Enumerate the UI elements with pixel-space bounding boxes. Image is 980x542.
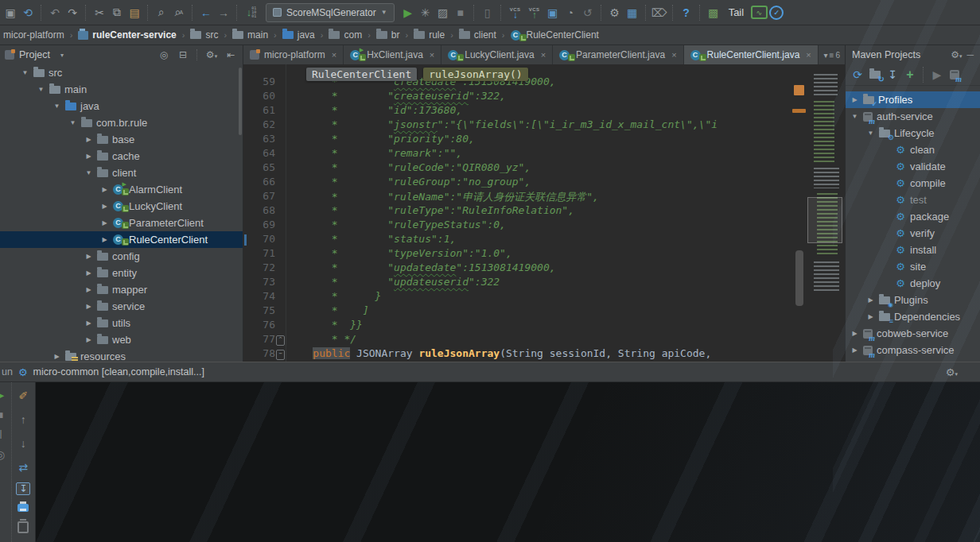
tree-row-clean[interactable]: ⚙clean bbox=[846, 141, 980, 158]
chevron-collapsed-icon[interactable]: ▶ bbox=[866, 313, 875, 320]
breadcrumb-item-rulecenterclient[interactable]: CRuleCenterClient bbox=[509, 29, 601, 41]
toolbox-icon[interactable]: ▣ bbox=[544, 4, 562, 21]
tree-row-compile[interactable]: ⚙compile bbox=[846, 175, 980, 192]
tab-close-icon[interactable]: × bbox=[430, 50, 434, 60]
tree-row-config[interactable]: ▶config bbox=[0, 248, 243, 265]
back-icon[interactable]: ← bbox=[197, 4, 215, 21]
rollback-icon[interactable]: ↺ bbox=[579, 4, 597, 21]
undo-icon[interactable]: ↶ bbox=[46, 4, 64, 21]
code-minimap[interactable] bbox=[807, 74, 842, 312]
tab-close-icon[interactable]: × bbox=[671, 50, 676, 60]
tree-row-site[interactable]: ⚙site bbox=[846, 258, 980, 275]
soft-wrap-icon[interactable]: ⇄ bbox=[14, 459, 32, 476]
chevron-collapsed-icon[interactable]: ▶ bbox=[84, 269, 93, 277]
minimap-viewport[interactable] bbox=[807, 197, 842, 243]
tree-row-utils[interactable]: ▶utils bbox=[0, 315, 243, 331]
chevron-collapsed-icon[interactable]: ▶ bbox=[850, 346, 859, 354]
chevron-collapsed-icon[interactable]: ▶ bbox=[84, 153, 93, 160]
chevron-expanded-icon[interactable]: ▼ bbox=[850, 113, 859, 120]
chevron-collapsed-icon[interactable]: ▶ bbox=[84, 336, 93, 343]
gear-icon[interactable]: ⚙▾ bbox=[951, 49, 962, 60]
checkmark-icon[interactable]: ✓ bbox=[768, 4, 785, 21]
save-icon[interactable]: ▣ bbox=[2, 4, 19, 21]
chevron-collapsed-icon[interactable]: ▶ bbox=[84, 303, 93, 310]
breadcrumb-item-main[interactable]: main bbox=[231, 29, 270, 41]
chevron-collapsed-icon[interactable]: ▶ bbox=[850, 96, 859, 103]
breadcrumb-chip-method[interactable]: ruleJsonArray() bbox=[423, 68, 527, 81]
paste-icon[interactable]: ▤ bbox=[126, 4, 143, 21]
code-area[interactable]: * "createdate":1513081419000, * "createu… bbox=[288, 64, 845, 362]
chevron-collapsed-icon[interactable]: ▶ bbox=[52, 353, 61, 360]
chevron-collapsed-icon[interactable]: ▶ bbox=[84, 286, 93, 293]
tree-row-install[interactable]: ⚙install bbox=[846, 242, 980, 258]
attach-icon[interactable]: ▯ bbox=[479, 4, 496, 21]
monitor-icon[interactable]: ∿ bbox=[750, 4, 768, 21]
line-sort-icon[interactable]: ↓011001 bbox=[242, 4, 261, 21]
plugin-icon[interactable]: ▩ bbox=[705, 4, 722, 21]
chevron-collapsed-icon[interactable]: ▶ bbox=[100, 186, 109, 193]
run-config-select[interactable]: ScoreMSqlGenerator▼ bbox=[266, 3, 395, 22]
tree-row-src[interactable]: ▼src bbox=[0, 64, 243, 81]
editor-tab-micro-platform[interactable]: micro-platform× bbox=[243, 45, 344, 64]
vcs-update-icon[interactable]: VCS↓ bbox=[506, 4, 525, 21]
sync-icon[interactable]: ⟲ bbox=[19, 4, 37, 21]
settings-icon[interactable]: ⚙ bbox=[606, 4, 624, 21]
scroll-to-end-icon[interactable]: ↧ bbox=[16, 482, 30, 495]
tree-row-deploy[interactable]: ⚙deploy bbox=[846, 275, 980, 292]
tree-row-com.br.rule[interactable]: ▼com.br.rule bbox=[0, 114, 243, 131]
download-sources-icon[interactable]: ↧ bbox=[884, 66, 901, 83]
error-stripe-mark[interactable] bbox=[794, 85, 804, 95]
chevron-expanded-icon[interactable]: ▼ bbox=[68, 119, 77, 126]
gear-icon[interactable]: ⚙▾ bbox=[946, 366, 958, 378]
chevron-collapsed-icon[interactable]: ▶ bbox=[100, 219, 109, 226]
breadcrumb-item-client[interactable]: client bbox=[457, 29, 498, 41]
stop-icon[interactable]: ■ bbox=[452, 4, 469, 21]
pause-icon[interactable]: ‖ bbox=[0, 428, 8, 441]
history-icon[interactable]: ◔ bbox=[562, 4, 579, 21]
tree-row-Lifecycle[interactable]: ▼Lifecycle bbox=[846, 125, 980, 141]
cut-icon[interactable]: ✂ bbox=[91, 4, 108, 21]
breadcrumb-item-com[interactable]: com bbox=[327, 29, 364, 41]
tree-row-main[interactable]: ▼main bbox=[0, 81, 243, 98]
tail-plugin-label[interactable]: Tail bbox=[729, 6, 745, 18]
breadcrumb-item-rulecenter-service[interactable]: ruleCenter-service bbox=[76, 29, 177, 41]
add-icon[interactable]: + bbox=[901, 66, 919, 83]
tree-row-service[interactable]: ▶service bbox=[0, 298, 243, 315]
tree-row-ParameterClient[interactable]: ▶CParameterClient bbox=[0, 215, 243, 231]
tree-row-package[interactable]: ⚙package bbox=[846, 208, 980, 225]
tree-row-Dependencies[interactable]: ▶Dependencies bbox=[846, 308, 980, 325]
locate-icon[interactable]: ◎ bbox=[157, 49, 171, 60]
run-config-label[interactable]: micro-common [clean,compile,install...] bbox=[33, 366, 204, 377]
editor-body[interactable]: 59606162636465666768697071727374757677^7… bbox=[243, 64, 845, 362]
coverage-icon[interactable]: ▨ bbox=[434, 4, 452, 21]
tab-close-icon[interactable]: × bbox=[806, 50, 811, 60]
fold-end-icon[interactable]: ^ bbox=[276, 335, 285, 346]
run-icon[interactable]: ▶ bbox=[399, 4, 417, 21]
chevron-expanded-icon[interactable]: ▼ bbox=[52, 103, 61, 110]
tree-row-validate[interactable]: ⚙validate bbox=[846, 158, 980, 175]
run-icon[interactable]: ▶ bbox=[928, 66, 946, 83]
chevron-collapsed-icon[interactable]: ▶ bbox=[84, 136, 93, 143]
editor-scrollbar[interactable] bbox=[795, 250, 803, 306]
tree-row-compass-service[interactable]: ▶mcompass-service bbox=[846, 342, 980, 358]
chevron-expanded-icon[interactable]: ▼ bbox=[866, 130, 875, 137]
copy-icon[interactable]: ⧉ bbox=[108, 4, 126, 21]
maven-settings-icon[interactable]: m bbox=[946, 66, 963, 83]
profiler-icon[interactable]: ◎ bbox=[0, 448, 8, 461]
stop-icon[interactable]: ■ bbox=[0, 408, 8, 421]
up-icon[interactable]: ↑ bbox=[14, 411, 32, 428]
clear-all-icon[interactable] bbox=[18, 521, 29, 533]
hide-panel-icon[interactable]: ⇤ bbox=[224, 49, 238, 60]
tree-row-web[interactable]: ▶web bbox=[0, 331, 243, 348]
editor-tab-ParameterClient.java[interactable]: CParameterClient.java× bbox=[553, 45, 684, 64]
tree-row-test[interactable]: ⚙test bbox=[846, 192, 980, 208]
chevron-expanded-icon[interactable]: ▼ bbox=[37, 86, 45, 93]
breadcrumb-item-src[interactable]: src bbox=[189, 29, 220, 41]
structure-icon[interactable]: ▦ bbox=[624, 4, 641, 21]
find-icon[interactable]: ⌕ bbox=[153, 4, 170, 21]
tree-row-resources[interactable]: ▶resources bbox=[0, 348, 243, 362]
vcs-commit-icon[interactable]: VCS↑ bbox=[525, 4, 544, 21]
down-icon[interactable]: ↓ bbox=[14, 435, 32, 452]
tree-row-verify[interactable]: ⚙verify bbox=[846, 225, 980, 242]
tree-row-LuckyClient[interactable]: ▶CLuckyClient bbox=[0, 198, 243, 215]
